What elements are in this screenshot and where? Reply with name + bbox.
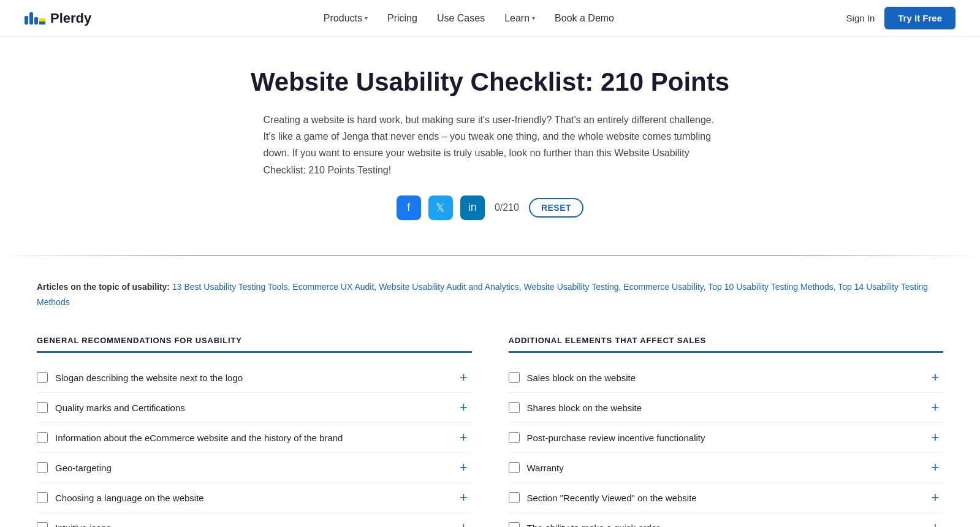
left-item-1: Slogan describing the website next to th…	[37, 363, 472, 393]
bar1	[25, 16, 28, 25]
expand-left-1[interactable]: +	[456, 370, 472, 385]
label-right-1: Sales block on the website	[527, 373, 636, 383]
twitter-icon: 𝕏	[436, 201, 445, 214]
twitter-share-button[interactable]: 𝕏	[428, 195, 453, 220]
facebook-icon: f	[407, 201, 410, 214]
checkbox-right-4[interactable]	[509, 462, 520, 473]
label-right-5: Section "Recently Viewed" on the website	[527, 493, 697, 503]
expand-right-1[interactable]: +	[927, 370, 943, 385]
article-links: 13 Best Usability Testing Tools, Ecommer…	[37, 282, 928, 307]
label-left-3: Information about the eCommerce website …	[55, 433, 343, 443]
hero-description: Creating a website is hard work, but mak…	[264, 112, 717, 178]
articles-row: Articles on the topic of usability: 13 B…	[0, 268, 980, 321]
sign-in-link[interactable]: Sign In	[846, 13, 875, 23]
left-item-4: Geo-targeting +	[37, 453, 472, 483]
article-link-6[interactable]: Top 10 Usability Testing Methods,	[708, 282, 835, 292]
articles-prefix: Articles on the topic of usability:	[37, 282, 170, 292]
label-left-6: Intuitive icons	[55, 523, 111, 527]
bar3	[34, 17, 38, 25]
left-item-6: Intuitive icons +	[37, 513, 472, 527]
checkbox-left-3[interactable]	[37, 432, 48, 443]
expand-left-6[interactable]: +	[456, 520, 472, 527]
left-item-2: Quality marks and Certifications +	[37, 393, 472, 423]
nav-actions: Sign In Try It Free	[846, 7, 955, 29]
social-share-row: f 𝕏 in 0/210 RESET	[25, 195, 955, 220]
flag-icon	[39, 18, 45, 25]
article-link-4[interactable]: Website Usability Testing,	[523, 282, 621, 292]
hero-section: Website Usability Checklist: 210 Points …	[0, 37, 980, 243]
expand-left-4[interactable]: +	[456, 460, 472, 476]
learn-chevron-icon: ▾	[532, 15, 535, 21]
right-item-5: Section "Recently Viewed" on the website…	[509, 483, 944, 513]
checkbox-left-2[interactable]	[37, 402, 48, 413]
logo[interactable]: Plerdy	[25, 10, 91, 26]
logo-icon	[25, 12, 45, 25]
label-right-2: Shares block on the website	[527, 403, 642, 413]
expand-left-2[interactable]: +	[456, 400, 472, 415]
nav-links: Products ▾ Pricing Use Cases Learn ▾ Boo…	[324, 13, 614, 24]
checkbox-left-5[interactable]	[37, 492, 48, 503]
article-link-2[interactable]: Ecommerce UX Audit,	[292, 282, 376, 292]
nav-book-demo[interactable]: Book a Demo	[555, 13, 614, 24]
checkbox-right-1[interactable]	[509, 372, 520, 383]
products-chevron-icon: ▾	[365, 15, 368, 21]
nav-products[interactable]: Products ▾	[324, 13, 368, 24]
label-left-1: Slogan describing the website next to th…	[55, 373, 243, 383]
checkbox-right-5[interactable]	[509, 492, 520, 503]
try-free-button[interactable]: Try It Free	[884, 7, 955, 29]
left-col-title: GENERAL RECOMMENDATIONS FOR USABILITY	[37, 336, 472, 353]
label-right-4: Warranty	[527, 463, 564, 473]
left-item-5: Choosing a language on the website +	[37, 483, 472, 513]
checkbox-right-6[interactable]	[509, 522, 520, 527]
checkbox-right-3[interactable]	[509, 432, 520, 443]
nav-pricing[interactable]: Pricing	[387, 13, 417, 24]
expand-left-3[interactable]: +	[456, 430, 472, 445]
right-item-4: Warranty +	[509, 453, 944, 483]
right-col-title: ADDITIONAL ELEMENTS THAT AFFECT SALES	[509, 336, 944, 353]
expand-right-5[interactable]: +	[927, 490, 943, 506]
left-column: GENERAL RECOMMENDATIONS FOR USABILITY Sl…	[37, 336, 472, 527]
right-item-6: The ability to make a quick order +	[509, 513, 944, 527]
checkbox-right-2[interactable]	[509, 402, 520, 413]
linkedin-icon: in	[468, 201, 477, 214]
reset-button[interactable]: RESET	[529, 198, 583, 218]
section-divider	[0, 256, 980, 256]
expand-left-5[interactable]: +	[456, 490, 472, 506]
logo-text: Plerdy	[50, 10, 91, 26]
article-link-1[interactable]: 13 Best Usability Testing Tools,	[172, 282, 290, 292]
right-column: ADDITIONAL ELEMENTS THAT AFFECT SALES Sa…	[509, 336, 944, 527]
left-item-3: Information about the eCommerce website …	[37, 423, 472, 453]
label-left-4: Geo-targeting	[55, 463, 112, 473]
article-link-3[interactable]: Website Usability Audit and Analytics,	[379, 282, 521, 292]
checklist-counter: 0/210	[495, 202, 519, 213]
label-left-2: Quality marks and Certifications	[55, 403, 185, 413]
checkbox-left-4[interactable]	[37, 462, 48, 473]
navbar: Plerdy Products ▾ Pricing Use Cases Lear…	[0, 0, 980, 37]
checkbox-left-1[interactable]	[37, 372, 48, 383]
article-link-5[interactable]: Ecommerce Usability,	[623, 282, 705, 292]
linkedin-share-button[interactable]: in	[460, 195, 485, 220]
label-left-5: Choosing a language on the website	[55, 493, 204, 503]
checkbox-left-6[interactable]	[37, 522, 48, 527]
facebook-share-button[interactable]: f	[397, 195, 421, 220]
nav-learn[interactable]: Learn ▾	[504, 13, 535, 24]
bar2	[29, 12, 33, 25]
nav-use-cases[interactable]: Use Cases	[437, 13, 485, 24]
checklist-grid: GENERAL RECOMMENDATIONS FOR USABILITY Sl…	[0, 321, 980, 527]
right-item-3: Post-purchase review incentive functiona…	[509, 423, 944, 453]
label-right-6: The ability to make a quick order	[527, 523, 660, 527]
expand-right-2[interactable]: +	[927, 400, 943, 415]
right-item-2: Shares block on the website +	[509, 393, 944, 423]
label-right-3: Post-purchase review incentive functiona…	[527, 433, 705, 443]
right-item-1: Sales block on the website +	[509, 363, 944, 393]
page-title: Website Usability Checklist: 210 Points	[25, 67, 955, 97]
expand-right-3[interactable]: +	[927, 430, 943, 445]
expand-right-4[interactable]: +	[927, 460, 943, 476]
expand-right-6[interactable]: +	[927, 520, 943, 527]
